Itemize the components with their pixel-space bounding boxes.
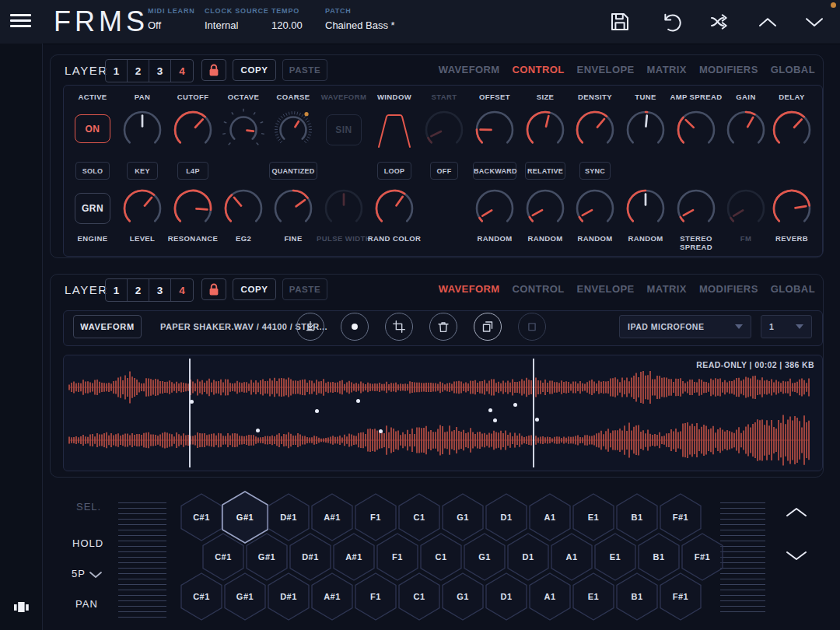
layer-button-4[interactable]: 4 (171, 279, 193, 301)
knob-random[interactable] (473, 187, 516, 230)
crop-button[interactable] (385, 313, 413, 341)
copy-sample-button[interactable] (474, 313, 502, 341)
knob-fm[interactable] (724, 187, 768, 230)
knob-coarse[interactable] (271, 108, 315, 152)
delete-button[interactable] (429, 313, 457, 341)
knob-amp-spread[interactable] (674, 108, 718, 152)
key-button[interactable]: KEY (127, 162, 158, 180)
note-key-f-1-r3[interactable]: F#1 (659, 572, 702, 621)
knob-tune[interactable] (624, 108, 667, 152)
window-shape-control[interactable] (371, 108, 418, 150)
loop-button[interactable]: LOOP (377, 162, 411, 180)
tab-waveform[interactable]: WAVEFORM (439, 64, 500, 75)
knob-random[interactable] (573, 187, 617, 230)
tab-control[interactable]: CONTROL (513, 64, 565, 75)
scale-mode-select[interactable]: 5P (72, 568, 86, 579)
patch-field[interactable]: PATCH Chained Bass * (325, 7, 395, 31)
off-button[interactable]: OFF (430, 162, 458, 180)
relative-button[interactable]: RELATIVE (525, 162, 565, 180)
knob-eg2[interactable] (222, 187, 265, 230)
engine-toggle[interactable]: GRN (75, 193, 110, 224)
knob-size[interactable] (523, 108, 567, 152)
knob-level[interactable] (121, 187, 164, 230)
knob-stereo-spread[interactable] (674, 187, 718, 230)
nav-up-button[interactable] (756, 10, 779, 33)
tab-matrix[interactable]: MATRIX (647, 283, 687, 295)
knob-pan[interactable] (121, 108, 164, 152)
input-source-select[interactable]: IPAD MICROFONE (619, 315, 751, 338)
quantized-button[interactable]: QUANTIZED (269, 162, 317, 180)
tab-envelope[interactable]: ENVELOPE (577, 283, 635, 295)
paste-button[interactable]: PASTE (282, 278, 327, 300)
knob-offset[interactable] (473, 108, 516, 152)
knob-random[interactable] (523, 187, 567, 230)
layer-button-2[interactable]: 2 (128, 60, 149, 82)
copy-button[interactable]: COPY (233, 278, 276, 300)
knob-pulse-width[interactable] (322, 187, 366, 230)
scale-mode-arrow-icon[interactable] (89, 571, 103, 579)
menu-button[interactable] (10, 14, 31, 30)
octave-down-button[interactable] (784, 548, 809, 565)
midi-learn-field[interactable]: MIDI LEARN Off (148, 7, 195, 31)
waveform-mode-button[interactable]: WAVEFORM (73, 315, 142, 338)
note-key-g1-r3[interactable]: G1 (441, 572, 485, 621)
note-key-a-1-r3[interactable]: A#1 (310, 572, 354, 621)
sync-button[interactable]: SYNC (579, 162, 611, 180)
waveform-toggle[interactable]: SIN (326, 114, 362, 145)
hold-toggle[interactable]: HOLD (72, 537, 103, 549)
knob-start[interactable] (422, 108, 466, 152)
lock-button[interactable] (201, 278, 226, 300)
layer-button-2[interactable]: 2 (128, 279, 149, 301)
knob-reverb[interactable] (770, 187, 814, 230)
import-button[interactable] (296, 313, 324, 341)
lock-button[interactable] (201, 59, 226, 81)
note-key-d1-r3[interactable]: D1 (485, 572, 528, 621)
knob-rand-color[interactable] (373, 187, 416, 230)
note-key-a1-r3[interactable]: A1 (528, 572, 572, 621)
undo-button[interactable] (658, 10, 681, 33)
knob-gain[interactable] (724, 108, 768, 152)
copy-button[interactable]: COPY (233, 59, 276, 81)
knob-delay[interactable] (770, 108, 814, 152)
save-button[interactable] (608, 10, 632, 33)
note-key-c1-r3[interactable]: C1 (397, 572, 441, 621)
keyboard-toggle-icon[interactable] (13, 600, 30, 614)
paste-sample-button[interactable] (518, 313, 546, 341)
backward-button[interactable]: BACKWARD (473, 162, 516, 180)
knob-random[interactable] (624, 187, 667, 230)
l4p-button[interactable]: L4P (177, 162, 208, 180)
layer-button-1[interactable]: 1 (106, 279, 128, 301)
left-level-ladder[interactable] (118, 502, 166, 619)
tab-global[interactable]: GLOBAL (771, 64, 815, 75)
tab-global[interactable]: GLOBAL (771, 283, 815, 295)
knob-density[interactable] (573, 108, 617, 152)
knob-resonance[interactable] (171, 187, 215, 230)
tab-matrix[interactable]: MATRIX (647, 64, 687, 75)
layer-button-3[interactable]: 3 (149, 279, 171, 301)
layer-button-1[interactable]: 1 (106, 60, 128, 82)
tab-modifiers[interactable]: MODIFIERS (699, 64, 758, 75)
solo-button[interactable]: SOLO (75, 162, 110, 180)
paste-button[interactable]: PASTE (282, 59, 327, 81)
clock-source-field[interactable]: CLOCK SOURCE Internal (205, 7, 269, 31)
note-key-f1-r3[interactable]: F1 (354, 572, 397, 621)
note-key-d-1-r3[interactable]: D#1 (267, 572, 310, 621)
nav-down-button[interactable] (803, 10, 826, 33)
note-key-g-1-r3[interactable]: G#1 (223, 572, 267, 621)
knob-octave[interactable] (222, 108, 265, 152)
record-button[interactable] (341, 313, 369, 341)
note-key-b1-r3[interactable]: B1 (615, 572, 659, 621)
note-key-c-1-r3[interactable]: C#1 (180, 572, 223, 621)
knob-cutoff[interactable] (171, 108, 215, 152)
active-toggle[interactable]: ON (75, 114, 110, 143)
layer-button-4[interactable]: 4 (171, 60, 193, 82)
channel-select[interactable]: 1 (761, 315, 812, 338)
layer-button-3[interactable]: 3 (149, 60, 171, 82)
tempo-field[interactable]: TEMPO 120.00 (271, 7, 303, 31)
tab-waveform[interactable]: WAVEFORM (439, 283, 500, 295)
knob-fine[interactable] (271, 187, 315, 230)
randomize-button[interactable] (708, 10, 731, 33)
right-level-ladder[interactable] (720, 502, 765, 611)
tab-modifiers[interactable]: MODIFIERS (699, 283, 758, 295)
tab-control[interactable]: CONTROL (513, 283, 565, 295)
